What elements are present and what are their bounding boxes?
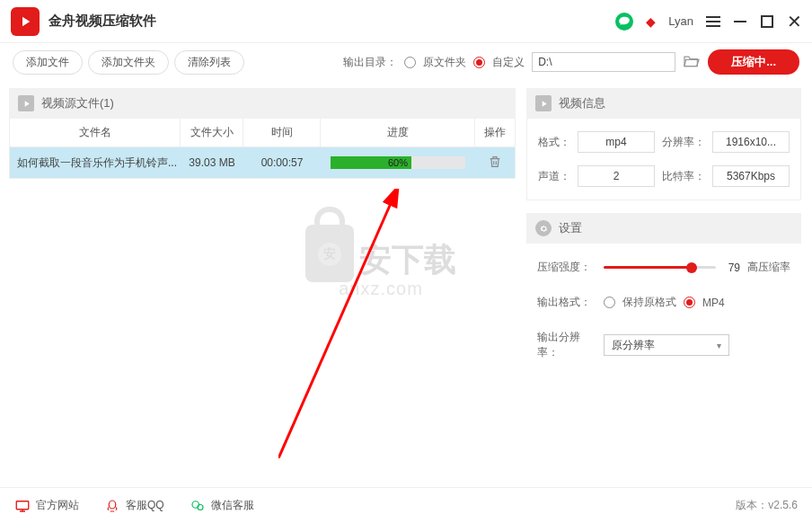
radio-keep-format[interactable] bbox=[604, 297, 615, 308]
info-play-icon bbox=[535, 95, 552, 111]
strength-label: 压缩强度： bbox=[537, 260, 596, 275]
maximize-button[interactable] bbox=[760, 14, 774, 29]
resolution-label: 分辨率： bbox=[662, 135, 705, 150]
delete-icon[interactable] bbox=[488, 155, 502, 172]
official-site-link[interactable]: 官方网站 bbox=[14, 498, 79, 514]
close-button[interactable]: ✕ bbox=[787, 14, 801, 29]
channel-value: 2 bbox=[578, 165, 655, 187]
vip-diamond-icon: ◆ bbox=[646, 14, 656, 29]
clear-list-button[interactable]: 清除列表 bbox=[174, 50, 244, 75]
source-files-header: 视频源文件(1) bbox=[9, 88, 516, 119]
progress-bar: 60% bbox=[331, 156, 465, 169]
bitrate-label: 比特率： bbox=[662, 169, 705, 184]
footer: 官方网站 客服QQ 微信客服 版本：v2.5.6 bbox=[0, 487, 812, 523]
outfmt-label: 输出格式： bbox=[537, 295, 596, 310]
col-time: 时间 bbox=[243, 119, 321, 146]
channel-label: 声道： bbox=[538, 169, 570, 184]
option-custom-folder[interactable]: 自定义 bbox=[492, 55, 525, 70]
title-bar: 金舟视频压缩软件 ◆ Lyan ✕ bbox=[0, 0, 812, 43]
wechat-support-link[interactable]: 微信客服 bbox=[190, 498, 254, 514]
svg-point-2 bbox=[109, 501, 116, 509]
wechat-icon[interactable] bbox=[615, 13, 633, 31]
strength-desc: 高压缩率 bbox=[747, 260, 790, 275]
col-filesize: 文件大小 bbox=[181, 119, 243, 146]
radio-mp4[interactable] bbox=[684, 297, 695, 308]
user-name[interactable]: Lyan bbox=[668, 14, 693, 28]
option-mp4[interactable]: MP4 bbox=[702, 297, 725, 309]
radio-source-folder[interactable] bbox=[404, 57, 416, 68]
outres-label: 输出分辨率： bbox=[537, 330, 596, 360]
file-table: 文件名 文件大小 时间 进度 操作 如何截取一段音乐作为手机铃声... 39.0… bbox=[9, 119, 516, 179]
col-filename: 文件名 bbox=[10, 119, 181, 146]
option-source-folder[interactable]: 原文件夹 bbox=[423, 55, 466, 70]
format-label: 格式： bbox=[538, 135, 570, 150]
compress-button[interactable]: 压缩中... bbox=[708, 49, 799, 75]
cell-time: 00:00:57 bbox=[243, 147, 321, 178]
open-folder-icon[interactable] bbox=[683, 54, 701, 71]
gear-icon bbox=[535, 220, 552, 236]
cell-filesize: 39.03 MB bbox=[181, 147, 243, 178]
resolution-value: 1916x10... bbox=[712, 131, 790, 153]
cell-progress: 60% bbox=[321, 147, 475, 178]
option-keep-format[interactable]: 保持原格式 bbox=[622, 295, 676, 310]
add-folder-button[interactable]: 添加文件夹 bbox=[88, 50, 169, 75]
output-path-input[interactable] bbox=[532, 52, 675, 72]
chevron-down-icon: ▾ bbox=[717, 341, 721, 350]
version-label: 版本：v2.5.6 bbox=[736, 498, 798, 513]
table-header: 文件名 文件大小 时间 进度 操作 bbox=[10, 119, 515, 147]
output-resolution-select[interactable]: 原分辨率 ▾ bbox=[604, 334, 729, 356]
video-file-icon bbox=[18, 95, 34, 111]
svg-rect-1 bbox=[16, 501, 29, 509]
col-progress: 进度 bbox=[321, 119, 475, 146]
output-dir-label: 输出目录： bbox=[343, 55, 397, 70]
menu-button[interactable] bbox=[706, 14, 720, 29]
toolbar: 添加文件 添加文件夹 清除列表 输出目录： 原文件夹 自定义 压缩中... bbox=[0, 43, 812, 81]
compression-slider[interactable] bbox=[604, 266, 716, 269]
strength-value: 79 bbox=[728, 262, 740, 274]
settings-header: 设置 bbox=[526, 213, 801, 244]
app-logo bbox=[11, 7, 40, 36]
video-info-header: 视频信息 bbox=[526, 88, 801, 119]
table-row[interactable]: 如何截取一段音乐作为手机铃声... 39.03 MB 00:00:57 60% bbox=[10, 147, 515, 178]
format-value: mp4 bbox=[578, 131, 655, 153]
cell-filename: 如何截取一段音乐作为手机铃声... bbox=[10, 147, 181, 178]
settings-panel: 压缩强度： 79 高压缩率 输出格式： 保持原格式 MP4 输出分辨率： 原分辨… bbox=[526, 244, 801, 396]
video-info-panel: 格式： mp4 分辨率： 1916x10... 声道： 2 比特率： 5367K… bbox=[526, 119, 801, 200]
col-operation: 操作 bbox=[475, 119, 515, 146]
qq-support-link[interactable]: 客服QQ bbox=[104, 498, 164, 514]
app-title: 金舟视频压缩软件 bbox=[49, 13, 156, 30]
minimize-button[interactable] bbox=[733, 14, 747, 29]
radio-custom-folder[interactable] bbox=[473, 57, 485, 68]
bitrate-value: 5367Kbps bbox=[712, 165, 790, 187]
add-file-button[interactable]: 添加文件 bbox=[13, 50, 83, 75]
